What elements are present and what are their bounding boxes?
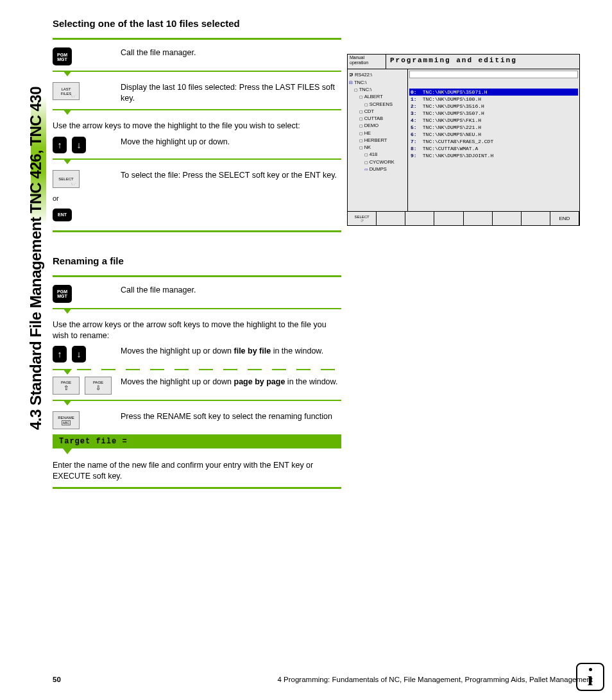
side-section-title: 4.3 Standard File Management TNC 426, TN… xyxy=(27,26,53,430)
tree-item[interactable]: CUTTAB xyxy=(349,115,406,122)
tree-item[interactable]: TNC:\ xyxy=(349,79,406,87)
file-list-item[interactable]: 7: TNC:\CUTTAB\FRAES_2.CDT xyxy=(409,138,578,145)
file-list-item[interactable]: 1: TNC:\NK\DUMPS\100.H xyxy=(409,96,578,103)
instruction-text: Use the arrow keys or the arrow soft key… xyxy=(53,320,341,341)
tree-item[interactable]: HERBERT xyxy=(349,137,406,144)
tree-item[interactable]: 418 xyxy=(349,151,406,158)
file-list-item[interactable]: 4: TNC:\NK\DUMPS\FK1.H xyxy=(409,117,578,124)
tree-item[interactable]: CDT xyxy=(349,108,406,115)
arrow-down-key[interactable]: ↓ xyxy=(72,346,86,363)
step-text: Call the file manager. xyxy=(121,47,341,58)
separator-arrow xyxy=(53,400,341,407)
rename-softkey[interactable]: RENAMEABC xyxy=(53,411,80,429)
file-list-item[interactable]: 2: TNC:\NK\DUMPS\3516.H xyxy=(409,103,578,110)
step-text: Display the last 10 files selected: Pres… xyxy=(121,82,341,104)
pgm-mgt-key[interactable]: PGMMGT xyxy=(53,285,72,303)
instruction-text: Enter the name of the new file and confi… xyxy=(53,460,341,482)
info-icon: ı xyxy=(576,663,604,691)
ent-key[interactable]: ENT xyxy=(53,209,72,221)
tree-item[interactable]: CYCWORK xyxy=(349,158,406,166)
step-text: Call the file manager. xyxy=(121,285,341,296)
pgm-mgt-key[interactable]: PGMMGT xyxy=(53,47,72,65)
tree-item[interactable]: TNC:\ xyxy=(349,86,406,93)
file-list-item[interactable]: 8: TNC:\CUTTAB\WMAT.A xyxy=(409,145,578,152)
chapter-title: 4 Programming: Fundamentals of NC, File … xyxy=(277,676,593,683)
step-text: Moves the highlight up or down file by f… xyxy=(121,346,341,357)
page-down-softkey[interactable]: PAGE⇩ xyxy=(85,377,112,395)
page-number: 50 xyxy=(53,676,61,683)
select-softkey[interactable]: SELECT xyxy=(53,170,80,188)
file-list-item[interactable]: 9: TNC:\NK\DUMPS\3DJOINT.H xyxy=(409,152,578,159)
tree-item[interactable]: HE xyxy=(349,130,406,137)
separator-arrow xyxy=(53,158,341,166)
separator xyxy=(53,275,341,277)
arrow-down-key[interactable]: ↓ xyxy=(72,137,86,153)
separator-arrow xyxy=(53,71,341,78)
separator xyxy=(53,38,341,40)
scr-file-list: 0: TNC:\NK\DUMPS\35071.H1: TNC:\NK\DUMPS… xyxy=(408,69,579,211)
arrow-up-key[interactable]: ↑ xyxy=(53,137,67,153)
separator-dashed xyxy=(53,369,341,370)
file-list-item[interactable]: 5: TNC:\NK\DUMPS\221.H xyxy=(409,124,578,131)
scr-folder-tree: RS422:\TNC:\TNC:\ALBERTSCREENSCDTCUTTABD… xyxy=(348,69,408,211)
scr-softkey-row: SELECT☞ END xyxy=(348,211,579,225)
scr-mode-label: Manual operation xyxy=(348,55,386,69)
file-list-item[interactable]: 3: TNC:\NK\DUMPS\3507.H xyxy=(409,110,578,117)
scr-end-softkey[interactable]: END xyxy=(550,212,579,225)
page-footer: 50 4 Programming: Fundamentals of NC, Fi… xyxy=(53,676,593,683)
step-text: Move the highlight up or down. xyxy=(121,137,341,148)
step-text: Moves the highlight up or down page by p… xyxy=(121,377,341,388)
separator-arrow xyxy=(53,109,341,117)
scr-title: Programming and editing xyxy=(386,55,579,69)
or-text: or xyxy=(53,194,59,202)
last-files-softkey[interactable]: LASTFILES xyxy=(53,82,80,100)
heading-select-last10: Selecting one of the last 10 files selec… xyxy=(53,18,341,29)
target-file-prompt: Target file = xyxy=(53,434,341,448)
tree-item[interactable]: SCREENS xyxy=(349,101,406,108)
scr-select-softkey[interactable]: SELECT☞ xyxy=(348,212,377,225)
separator xyxy=(53,230,341,232)
heading-renaming: Renaming a file xyxy=(53,255,341,266)
page-up-softkey[interactable]: PAGE⇧ xyxy=(53,377,80,395)
separator xyxy=(53,487,341,489)
file-list-item[interactable]: 6: TNC:\NK\DUMPS\NEU.H xyxy=(409,131,578,138)
tree-item[interactable]: NK xyxy=(349,144,406,151)
separator-arrow xyxy=(53,308,341,316)
arrow-up-key[interactable]: ↑ xyxy=(53,346,67,363)
tree-item[interactable]: DUMPS xyxy=(349,166,406,173)
tree-item[interactable]: ALBERT xyxy=(349,93,406,100)
instruction-text: Use the arrow keys to move the highlight… xyxy=(53,121,341,132)
tnc-screenshot: Manual operation Programming and editing… xyxy=(347,54,580,226)
file-list-item[interactable]: 0: TNC:\NK\DUMPS\35071.H xyxy=(409,89,578,96)
step-text: Press the RENAME soft key to select the … xyxy=(121,411,341,422)
tree-item[interactable]: RS422:\ xyxy=(349,71,406,79)
step-text: To select the file: Press the SELECT sof… xyxy=(121,170,341,181)
tree-item[interactable]: DEMO xyxy=(349,122,406,129)
